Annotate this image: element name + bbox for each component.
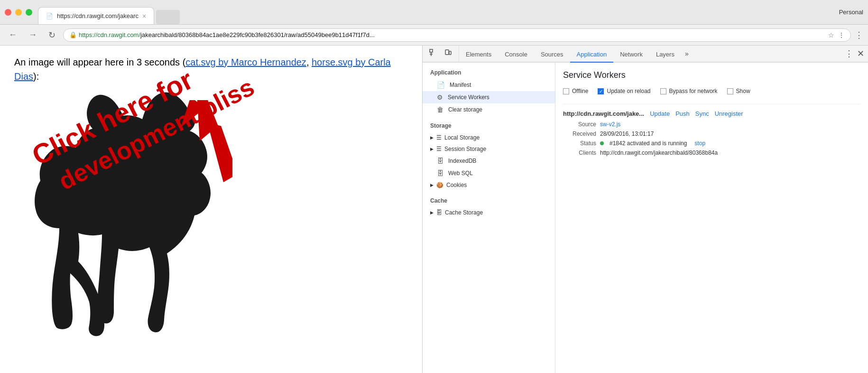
update-on-reload-control: ✓ Update on reload bbox=[598, 88, 650, 94]
url-rest: jakearchibald/80368b84ac1ae8e229fc90b3fe… bbox=[140, 31, 375, 38]
web-sql-label: Web SQL bbox=[448, 170, 473, 177]
application-section-label: Application bbox=[423, 66, 555, 79]
sw-unregister-link[interactable]: Unregister bbox=[715, 110, 743, 117]
clients-url: http://cdn.rawgit.com/jakearchibald/8036… bbox=[600, 149, 718, 156]
session-storage-label: Session Storage bbox=[444, 146, 486, 152]
refresh-button[interactable]: ↻ bbox=[45, 28, 59, 42]
manifest-icon: 📄 bbox=[437, 81, 445, 89]
secure-icon: 🔒 bbox=[69, 31, 77, 38]
tab-layers[interactable]: Layers bbox=[649, 47, 681, 63]
received-value: 28/09/2016, 13:01:17 bbox=[600, 131, 654, 137]
devtools-panel: Elements Console Sources Application Net… bbox=[422, 46, 868, 373]
received-label: Received bbox=[563, 131, 596, 137]
show-checkbox[interactable] bbox=[727, 88, 733, 94]
url-green-part: https://cdn.rawgit.com/ bbox=[79, 31, 140, 38]
sw-source-row: Source sw-v2.js bbox=[563, 121, 860, 128]
sidebar-item-local-storage[interactable]: ▶ ☰ Local Storage bbox=[423, 132, 555, 143]
tab-network[interactable]: Network bbox=[613, 47, 649, 63]
maximize-button[interactable] bbox=[26, 9, 32, 16]
sw-sync-link[interactable]: Sync bbox=[695, 110, 709, 117]
bypass-network-control: Bypass for network bbox=[660, 88, 718, 94]
service-workers-label: Service Workers bbox=[448, 94, 489, 101]
devtools-main-panel: Service Workers Offline ✓ Update on relo… bbox=[555, 63, 868, 373]
tab-console[interactable]: Console bbox=[498, 47, 534, 63]
back-button[interactable]: ← bbox=[5, 28, 21, 42]
sidebar-item-cache-storage[interactable]: ▶ 🗄 Cache Storage bbox=[423, 207, 555, 218]
address-url: https://cdn.rawgit.com/jakearchibald/803… bbox=[79, 31, 375, 38]
sw-clients-row: Clients http://cdn.rawgit.com/jakearchib… bbox=[563, 149, 860, 156]
tab-elements[interactable]: Elements bbox=[459, 47, 498, 63]
address-bar[interactable]: 🔒 https://cdn.rawgit.com/jakearchibald/8… bbox=[63, 28, 851, 42]
bypass-network-label: Bypass for network bbox=[669, 88, 718, 94]
browser-window: 📄 https://cdn.rawgit.com/jakearc × Perso… bbox=[0, 0, 868, 373]
sidebar-item-session-storage[interactable]: ▶ ☰ Session Storage bbox=[423, 143, 555, 155]
tab-area: 📄 https://cdn.rawgit.com/jakearc × bbox=[38, 0, 839, 24]
cache-section-label: Cache bbox=[423, 195, 555, 207]
storage-section-label: Storage bbox=[423, 120, 555, 132]
cookies-label: Cookies bbox=[446, 182, 467, 188]
tab-close-button[interactable]: × bbox=[142, 12, 146, 20]
tab-page-icon: 📄 bbox=[46, 13, 53, 19]
expand-icon: ▶ bbox=[430, 147, 434, 151]
minimize-button[interactable] bbox=[15, 9, 22, 16]
sw-stop-link[interactable]: stop bbox=[694, 140, 705, 147]
status-label: Status bbox=[563, 140, 596, 147]
close-button[interactable] bbox=[5, 9, 11, 16]
bypass-network-checkbox[interactable] bbox=[660, 88, 666, 94]
more-tabs-button[interactable]: » bbox=[681, 46, 693, 62]
cache-storage-icon: 🗄 bbox=[436, 209, 442, 216]
title-bar: 📄 https://cdn.rawgit.com/jakearc × Perso… bbox=[0, 0, 868, 25]
sidebar-item-clear-storage[interactable]: 🗑 Clear storage bbox=[423, 103, 555, 116]
sidebar-item-cookies[interactable]: ▶ 🍪 Cookies bbox=[423, 179, 555, 191]
sidebar-item-service-workers[interactable]: ⚙ Service Workers bbox=[423, 91, 555, 103]
bookmark-icon[interactable]: ☆ bbox=[828, 31, 834, 39]
status-green-dot bbox=[600, 141, 604, 145]
link-sep: , bbox=[306, 57, 312, 67]
cache-storage-label: Cache Storage bbox=[445, 209, 483, 216]
sidebar-item-indexeddb[interactable]: 🗄 IndexedDB bbox=[423, 155, 555, 167]
tab-url-text: https://cdn.rawgit.com/jakearc bbox=[57, 12, 139, 19]
sw-source-file[interactable]: sw-v2.js bbox=[600, 121, 620, 128]
session-storage-icon: ☰ bbox=[436, 146, 442, 152]
new-tab-button[interactable] bbox=[156, 10, 180, 24]
cat-link[interactable]: cat.svg by Marco Hernandez bbox=[185, 57, 306, 67]
sw-url-text: http://cdn.rawgit.com/jake... bbox=[563, 110, 644, 117]
nav-bar: ← → ↻ 🔒 https://cdn.rawgit.com/jakearchi… bbox=[0, 25, 868, 46]
service-workers-icon: ⚙ bbox=[437, 93, 443, 101]
browser-menu-button[interactable]: ⋮ bbox=[855, 30, 863, 40]
devtools-close-button[interactable]: ✕ bbox=[857, 48, 864, 59]
text-after: ): bbox=[33, 71, 39, 82]
clear-storage-icon: 🗑 bbox=[437, 106, 443, 113]
active-tab[interactable]: 📄 https://cdn.rawgit.com/jakearc × bbox=[38, 7, 154, 24]
sw-status-row: Status #1842 activated and is running st… bbox=[563, 140, 860, 147]
sw-push-link[interactable]: Push bbox=[675, 110, 690, 117]
tab-application[interactable]: Application bbox=[570, 47, 614, 63]
sidebar-item-web-sql[interactable]: 🗄 Web SQL bbox=[423, 167, 555, 179]
customize-icon[interactable]: ⋮ bbox=[838, 31, 845, 39]
show-label: Show bbox=[736, 88, 750, 94]
update-on-reload-checkbox[interactable]: ✓ bbox=[598, 88, 604, 94]
forward-button[interactable]: → bbox=[25, 28, 41, 42]
tab-sources[interactable]: Sources bbox=[534, 47, 570, 63]
devtools-tabs: Elements Console Sources Application Net… bbox=[459, 46, 841, 62]
arrow-indicator bbox=[147, 100, 232, 206]
sw-entry: http://cdn.rawgit.com/jake... Update Pus… bbox=[563, 104, 860, 162]
device-toolbar-button[interactable] bbox=[442, 47, 455, 60]
page-intro-text: An image will appear here in 3 seconds (… bbox=[14, 55, 408, 84]
text-before: An image will appear here in 3 seconds ( bbox=[14, 57, 185, 67]
indexeddb-label: IndexedDB bbox=[448, 158, 476, 164]
svg-rect-2 bbox=[430, 49, 433, 52]
indexeddb-icon: 🗄 bbox=[437, 157, 443, 165]
page-content: An image will appear here in 3 seconds (… bbox=[0, 46, 422, 373]
sw-update-link[interactable]: Update bbox=[650, 110, 670, 117]
clear-storage-label: Clear storage bbox=[448, 106, 482, 113]
sw-url-row: http://cdn.rawgit.com/jake... Update Pus… bbox=[563, 110, 860, 117]
inspect-element-button[interactable] bbox=[426, 47, 440, 60]
sidebar-item-manifest[interactable]: 📄 Manifest bbox=[423, 79, 555, 91]
expand-icon: ▶ bbox=[430, 183, 434, 187]
cookies-icon: 🍪 bbox=[436, 182, 443, 188]
devtools-right-controls: ⋮ ✕ bbox=[841, 48, 868, 59]
devtools-menu-button[interactable]: ⋮ bbox=[845, 48, 853, 59]
offline-checkbox[interactable] bbox=[563, 88, 569, 94]
web-sql-icon: 🗄 bbox=[437, 169, 443, 177]
